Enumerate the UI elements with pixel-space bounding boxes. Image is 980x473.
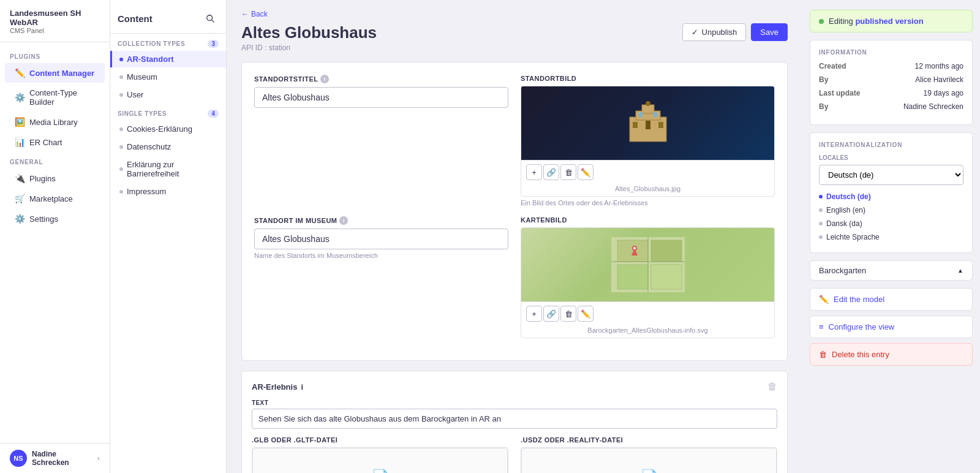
save-button[interactable]: Save bbox=[751, 23, 788, 41]
form-row-1: Standortstitel i Standortbild bbox=[254, 75, 775, 206]
single-types-count: 4 bbox=[208, 110, 219, 118]
usdz-group: .USDZ oder .Reality-Datei 📄 + 🔗 🗑 ✏️ bbox=[521, 436, 777, 473]
kartenbild-edit-button[interactable]: ✏️ bbox=[578, 306, 594, 322]
content-type-builder-icon: ⚙️ bbox=[15, 93, 24, 102]
svg-line-1 bbox=[212, 20, 214, 23]
svg-rect-6 bbox=[633, 122, 638, 128]
nav-item-label: AR-Standort bbox=[127, 55, 174, 64]
back-link-label: Back bbox=[251, 10, 268, 18]
configure-view-button[interactable]: ≡ Configure the view bbox=[810, 316, 973, 338]
standortbild-label: Standortbild bbox=[521, 75, 775, 82]
delete-entry-icon: 🗑 bbox=[819, 350, 827, 359]
ar-delete-row-button[interactable]: 🗑 bbox=[767, 381, 777, 392]
standortstitel-input[interactable] bbox=[254, 87, 508, 108]
ar-text-input[interactable] bbox=[252, 409, 777, 429]
brand-name: Landesmuseen SH WebAR bbox=[10, 9, 100, 27]
barrierefreiheit-dot bbox=[119, 167, 123, 171]
nav-item-ar-standort[interactable]: AR-Standort bbox=[110, 51, 226, 67]
sidebar-item-er-chart[interactable]: 📊 ER Chart bbox=[5, 132, 105, 152]
locale-select[interactable]: Deutsch (de) English (en) Dansk (da) Lei… bbox=[819, 165, 963, 185]
ar-text-label: Text bbox=[252, 399, 777, 406]
glb-upload-area[interactable]: 📄 bbox=[252, 448, 508, 473]
locale-dot-da bbox=[819, 222, 823, 225]
locale-item-en[interactable]: English (en) bbox=[819, 203, 963, 217]
sidebar-item-settings[interactable]: ⚙️ Settings bbox=[5, 209, 105, 229]
content-panel: Content COLLECTION TYPES 3 AR-Standort M… bbox=[110, 0, 227, 473]
nav-item-user[interactable]: User bbox=[110, 86, 226, 103]
kartenbild-delete-button[interactable]: 🗑 bbox=[560, 306, 576, 322]
edit-model-button[interactable]: ✏️ Edit the model bbox=[810, 288, 973, 311]
standortbild-filename: Altes_Globushaus.jpg bbox=[521, 184, 774, 196]
nav-item-impressum[interactable]: Impressum bbox=[110, 183, 226, 200]
sidebar-item-content-type-builder[interactable]: ⚙️ Content-Type Builder bbox=[5, 83, 105, 112]
standortbild-add-button[interactable]: + bbox=[526, 164, 542, 180]
sidebar-item-marketplace[interactable]: 🛒 Marketplace bbox=[5, 189, 105, 208]
standortbild-delete-button[interactable]: 🗑 bbox=[560, 164, 576, 180]
nav-item-label: Impressum bbox=[127, 187, 166, 196]
standortbild-toolbar: + 🔗 🗑 ✏️ bbox=[521, 160, 774, 184]
last-update-label: Last update bbox=[819, 89, 860, 97]
standort-museum-info-icon[interactable]: i bbox=[339, 216, 348, 225]
unpublish-button[interactable]: ✓ Unpublish bbox=[682, 23, 747, 41]
barockgarten-label: Barockgarten bbox=[819, 266, 866, 275]
usdz-upload-area[interactable]: 📄 bbox=[521, 448, 777, 473]
nav-item-cookies[interactable]: Cookies-Erklärung bbox=[110, 121, 226, 137]
locale-item-de[interactable]: Deutsch (de) bbox=[819, 190, 963, 203]
sidebar-item-label: Settings bbox=[29, 214, 58, 224]
standort-museum-input[interactable] bbox=[254, 229, 508, 249]
svg-rect-8 bbox=[658, 122, 663, 128]
back-link[interactable]: ← Back bbox=[241, 10, 788, 18]
svg-rect-14 bbox=[617, 265, 648, 289]
collapse-sidebar-button[interactable]: ‹ bbox=[97, 454, 100, 463]
by-row-2: By Nadine Schrecken bbox=[819, 102, 963, 111]
glb-label: .GLB oder .GLTF-Datei bbox=[252, 436, 508, 444]
usdz-label: .USDZ oder .Reality-Datei bbox=[521, 436, 777, 444]
check-icon: ✓ bbox=[692, 28, 698, 37]
ar-info-icon[interactable]: i bbox=[301, 382, 303, 392]
general-section-label: GENERAL bbox=[0, 153, 110, 168]
sidebar-item-media-library[interactable]: 🖼️ Media Library bbox=[5, 112, 105, 132]
kartenbild-add-button[interactable]: + bbox=[526, 306, 542, 322]
page-api-id: API ID : station bbox=[241, 44, 377, 52]
sidebar-nav: PLUGINS ✏️ Content Manager ⚙️ Content-Ty… bbox=[0, 42, 110, 443]
right-panel: Editing published version INFORMATION Cr… bbox=[802, 0, 980, 473]
locale-item-ls[interactable]: Leichte Sprache bbox=[819, 230, 963, 244]
collection-types-count: 3 bbox=[208, 40, 219, 48]
brand: Landesmuseen SH WebAR CMS Panel bbox=[0, 0, 110, 42]
standort-museum-help: Name des Standorts im Museumsbereich bbox=[254, 252, 508, 259]
locale-item-da[interactable]: Dansk (da) bbox=[819, 217, 963, 230]
sidebar-item-label: Marketplace bbox=[29, 194, 73, 203]
standortstitel-info-icon[interactable]: i bbox=[320, 75, 329, 83]
brand-sub: CMS Panel bbox=[10, 27, 100, 34]
user-dot bbox=[119, 93, 123, 97]
nav-item-label: Erklärung zur Barrierefreiheit bbox=[127, 160, 219, 178]
standortbild-edit-button[interactable]: ✏️ bbox=[578, 164, 594, 180]
sidebar-item-content-manager[interactable]: ✏️ Content Manager bbox=[5, 63, 105, 83]
marketplace-icon: 🛒 bbox=[15, 194, 24, 203]
plugins-icon: 🔌 bbox=[15, 173, 24, 183]
standortstitel-label: Standortstitel i bbox=[254, 75, 508, 83]
sidebar-footer: NS Nadine Schrecken ‹ bbox=[0, 443, 110, 473]
search-icon bbox=[206, 14, 214, 23]
file-upload-row: .GLB oder .GLTF-Datei 📄 + 🔗 🗑 ✏️ bbox=[252, 436, 777, 473]
delete-entry-button[interactable]: 🗑 Delete this entry bbox=[810, 343, 973, 366]
kartenbild-link-button[interactable]: 🔗 bbox=[543, 306, 559, 322]
collection-types-label: COLLECTION TYPES bbox=[118, 40, 185, 47]
created-value: 12 months ago bbox=[915, 62, 963, 70]
svg-rect-12 bbox=[617, 240, 648, 262]
sidebar-item-plugins[interactable]: 🔌 Plugins bbox=[5, 168, 105, 188]
nav-item-barrierefreiheit[interactable]: Erklärung zur Barrierefreiheit bbox=[110, 156, 226, 182]
standortbild-area: + 🔗 🗑 ✏️ Altes_Globushaus.jpg bbox=[521, 86, 775, 197]
sidebar-item-label: ER Chart bbox=[29, 138, 62, 147]
standortbild-link-button[interactable]: 🔗 bbox=[543, 164, 559, 180]
barockgarten-chevron-icon: ▲ bbox=[957, 267, 963, 274]
svg-point-20 bbox=[633, 247, 636, 249]
barockgarten-bar[interactable]: Barockgarten ▲ bbox=[810, 260, 973, 281]
content-search-button[interactable] bbox=[202, 10, 219, 27]
footer-username: Nadine Schrecken bbox=[32, 450, 92, 467]
nav-item-museum[interactable]: Museum bbox=[110, 69, 226, 85]
nav-item-datenschutz[interactable]: Datenschutz bbox=[110, 138, 226, 155]
edit-model-icon: ✏️ bbox=[819, 295, 829, 304]
last-update-row: Last update 19 days ago bbox=[819, 89, 963, 97]
by-label-1: By bbox=[819, 75, 828, 84]
